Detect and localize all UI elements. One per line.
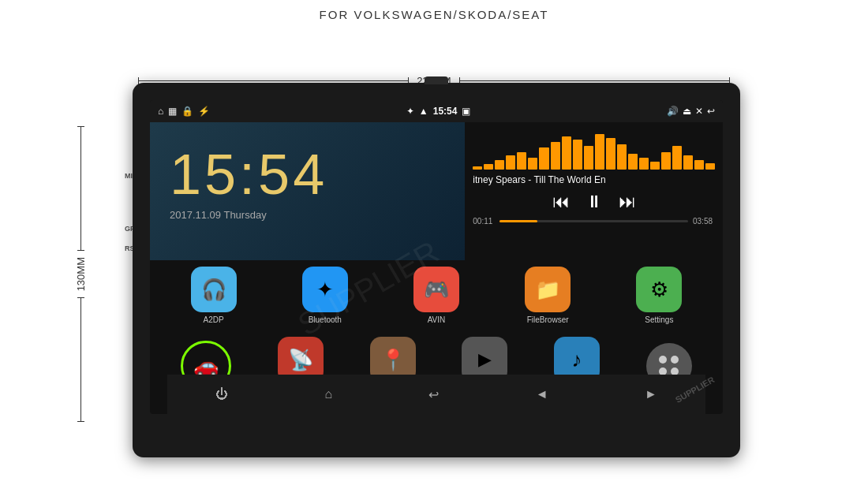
viz-bar (473, 166, 482, 170)
app-row-1: 🎧A2DP✦Bluetooth🎮AVIN📁FileBrowser⚙Setting… (150, 260, 723, 330)
music-visualizer (473, 130, 715, 170)
app-label-settings: Settings (645, 315, 673, 324)
lock-icon: 🔒 (181, 106, 193, 117)
viz-bar (595, 134, 604, 170)
clock-display: 15:54 (170, 146, 445, 203)
play-pause-button[interactable]: ⏸ (586, 192, 603, 212)
viz-bar (517, 152, 526, 170)
viz-bar (672, 146, 682, 170)
wifi-status-icon: ▲ (419, 106, 428, 117)
app-circle-filebrowser: 📁 (525, 267, 571, 312)
viz-bar (484, 164, 493, 170)
status-left: ⌂ ▦ 🔒 ⚡ (158, 106, 210, 117)
viz-bar (628, 154, 638, 170)
camera-status-icon: ▣ (462, 106, 470, 117)
progress-area: 00:11 03:58 (473, 217, 715, 226)
device-unit: ⌂ ▦ 🔒 ⚡ ✦ ▲ 15:54 ▣ 🔊 ⏏ ✕ ↩ (133, 83, 740, 457)
viz-bar (683, 155, 693, 170)
app-icon-filebrowser[interactable]: 📁FileBrowser (525, 267, 571, 324)
volume-down-button[interactable]: ◄ (536, 387, 548, 401)
viz-bar (528, 158, 537, 170)
width-line-right (459, 80, 730, 81)
viz-bar (495, 160, 504, 170)
status-right: 🔊 ⏏ ✕ ↩ (667, 106, 715, 117)
viz-bar (617, 144, 627, 170)
viz-bar (705, 163, 715, 170)
status-time: 15:54 (433, 106, 458, 117)
more-dot (659, 356, 667, 364)
height-dimension: 130MM (75, 126, 87, 422)
height-line-top (80, 126, 81, 251)
prev-button[interactable]: ⏮ (552, 192, 570, 212)
height-line-bottom (80, 297, 81, 422)
music-controls[interactable]: ⏮ ⏸ ⏭ (473, 192, 715, 212)
next-button[interactable]: ⏭ (619, 192, 636, 212)
viz-bar (639, 158, 649, 170)
height-label: 130MM (75, 251, 87, 297)
eject-status-icon: ⏏ (683, 106, 691, 117)
app-label-filebrowser: FileBrowser (527, 315, 569, 324)
viz-bar (551, 142, 560, 170)
back-nav-button[interactable]: ↩ (428, 387, 439, 402)
music-panel: itney Spears - Till The World En ⏮ ⏸ ⏭ 0… (465, 122, 723, 260)
time-current: 00:11 (473, 217, 495, 226)
home-nav-button[interactable]: ⌂ (324, 387, 332, 401)
volume-status-icon[interactable]: 🔊 (667, 106, 679, 117)
date-display: 2017.11.09 Thursday (170, 209, 445, 221)
app-label-avin: AVIN (428, 315, 446, 324)
gallery-icon: ▦ (168, 106, 177, 117)
app-icon-settings[interactable]: ⚙Settings (636, 267, 682, 324)
close-status-icon[interactable]: ✕ (695, 106, 703, 117)
viz-bar (506, 155, 515, 170)
time-total: 03:58 (693, 217, 715, 226)
width-line-left (138, 80, 409, 81)
progress-fill (499, 220, 537, 222)
usb-icon: ⚡ (198, 106, 210, 117)
viz-bar (562, 136, 571, 170)
viz-bar (573, 140, 582, 170)
more-dot (671, 356, 679, 364)
android-back-icon[interactable]: ↩ (707, 106, 715, 117)
status-bar: ⌂ ▦ 🔒 ⚡ ✦ ▲ 15:54 ▣ 🔊 ⏏ ✕ ↩ (150, 100, 723, 122)
bluetooth-status-icon: ✦ (406, 106, 414, 117)
music-title: itney Spears - Till The World En (473, 174, 715, 185)
status-center: ✦ ▲ 15:54 ▣ (406, 106, 471, 117)
viz-bar (694, 160, 704, 170)
bottom-nav: ⏻ ⌂ ↩ ◄ ► (167, 375, 705, 414)
viz-bar (661, 152, 671, 170)
volume-up-button[interactable]: ► (645, 387, 657, 401)
upper-section: 15:54 2017.11.09 Thursday itney Spears -… (150, 122, 723, 260)
progress-bar[interactable] (499, 220, 688, 222)
viz-bar (584, 146, 593, 170)
app-icon-a2dp[interactable]: 🎧A2DP (191, 267, 237, 324)
page-title: FOR VOLKSWAGEN/SKODA/SEAT (0, 0, 868, 21)
app-label-a2dp: A2DP (204, 315, 224, 324)
device-knob (425, 76, 448, 84)
app-circle-settings: ⚙ (636, 267, 682, 312)
app-circle-a2dp: 🎧 (191, 267, 237, 312)
viz-bar (606, 138, 615, 170)
home-icon[interactable]: ⌂ (158, 106, 163, 117)
viz-bar (650, 162, 660, 170)
power-button[interactable]: ⏻ (215, 387, 228, 401)
viz-bar (539, 147, 548, 170)
